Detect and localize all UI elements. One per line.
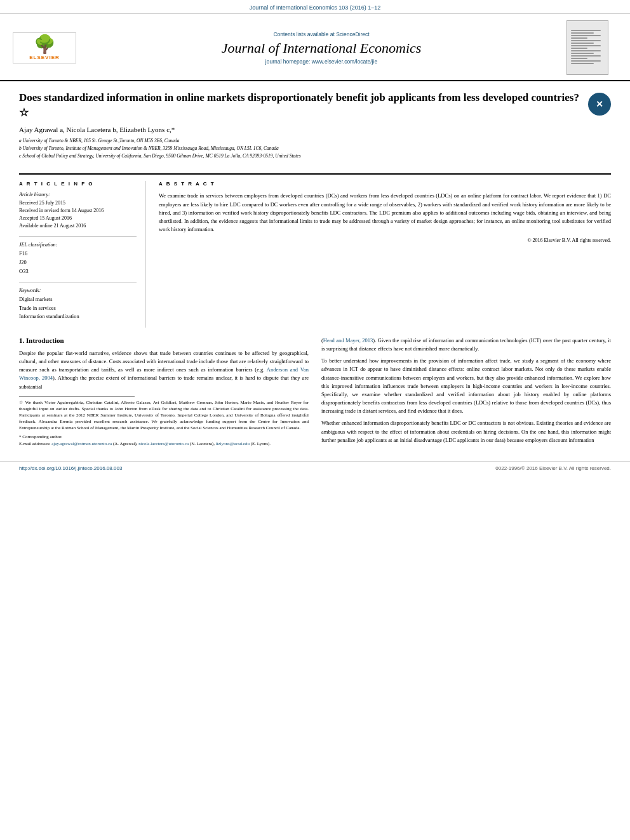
info-divider-1 [19,236,137,237]
elsevier-tree-icon: 🌳 [34,36,56,53]
intro-para2: (Head and Mayer, 2013). Given the rapid … [321,337,611,353]
affiliations-block: a University of Toronto & NBER, 105 St. … [19,137,582,160]
intro-heading: 1. Introduction [19,337,309,344]
affiliation-c: c School of Global Policy and Strategy, … [19,152,582,159]
jel-j20: J20 [19,258,137,267]
footnote-corresponding: * Corresponding author. [19,434,309,440]
sciencedirect-link[interactable]: ScienceDirect [336,31,369,37]
crossmark-icon: ✕ [588,93,611,116]
jel-o33: O33 [19,267,137,276]
footnote-emails: E-mail addresses: ajay.agrawal@rotman.ut… [19,441,309,447]
journal-thumbnail [566,20,611,75]
body-two-col: 1. Introduction Despite the popular flat… [19,337,611,448]
keyword-digital: Digital markets [19,295,137,304]
abstract-label: A B S T R A C T [159,181,611,187]
intro-para1: Despite the popular flat-world narrative… [19,349,309,391]
head-mayer-link[interactable]: Head and Mayer, 2013 [323,337,373,343]
article-info-label: A R T I C L E I N F O [19,181,137,187]
keyword-trade: Trade in services [19,304,137,313]
page: Journal of International Economics 103 (… [0,0,630,840]
jel-label: JEL classification: [19,242,137,248]
jel-f16: F16 [19,250,137,258]
footnote-divider [19,396,135,397]
affiliation-b: b University of Toronto, Institute of Ma… [19,145,582,152]
jel-group: JEL classification: F16 J20 O33 [19,242,137,276]
received-date: Received 25 July 2015 [19,199,137,207]
top-bar: Journal of International Economics 103 (… [0,0,630,14]
existing-text: Existing [536,420,554,426]
journal-name: Journal of International Economics [76,40,566,57]
article-info-col: A R T I C L E I N F O Article history: R… [19,181,146,328]
abstract-text: We examine trade in services between emp… [159,192,611,234]
accepted-date: Accepted 15 August 2016 [19,215,137,222]
history-label: Article history: [19,192,137,197]
issn-text: 0022-1996/© 2016 Elsevier B.V. All right… [495,465,611,471]
elsevier-logo: 🌳 ELSEVIER [13,32,76,63]
crossmark-badge: ✕ [588,93,611,116]
contents-available-line: Contents lists available at ScienceDirec… [76,31,566,37]
anderson-link[interactable]: Anderson and Van Wincoop, 2004 [19,366,309,381]
article-title-block: Does standardized information in online … [19,90,582,162]
affiliation-a: a University of Toronto & NBER, 105 St. … [19,137,582,144]
email-lyons[interactable]: lizlyons@ucsd.edu [216,441,250,446]
body-right-col: (Head and Mayer, 2013). Given the rapid … [321,337,611,448]
history-group: Article history: Received 25 July 2015 R… [19,192,137,230]
article-title-section: Does standardized information in online … [19,90,611,167]
journal-title-block: Contents lists available at ScienceDirec… [76,31,566,65]
article-title: Does standardized information in online … [19,90,582,121]
journal-header: 🌳 ELSEVIER Contents lists available at S… [0,14,630,81]
keyword-info: Information standardization [19,312,137,321]
available-date: Available online 21 August 2016 [19,222,137,230]
email-agrawal[interactable]: ajay.agrawal@rotman.utoronto.ca [51,441,112,446]
copyright-line: © 2016 Elsevier B.V. All rights reserved… [159,237,611,243]
journal-homepage: journal homepage: www.elsevier.com/locat… [76,58,566,65]
elsevier-brand: ELSEVIER [29,55,60,60]
main-content: Does standardized information in online … [0,81,630,455]
authors-line: Ajay Agrawal a, Nicola Lacetera b, Eliza… [19,126,582,133]
journal-citation-link[interactable]: Journal of International Economics 103 (… [250,4,381,11]
bottom-bar: http://dx.doi.org/10.1016/j.jinteco.2016… [0,461,630,475]
intro-para3: To better understand how improvements in… [321,357,611,415]
info-divider-2 [19,282,137,283]
abstract-col: A B S T R A C T We examine trade in serv… [159,181,611,328]
info-abstract-section: A R T I C L E I N F O Article history: R… [19,181,611,328]
keywords-label: Keywords: [19,288,137,293]
footnote-star: ☆ We thank Victor Aguirregabiria, Christ… [19,399,309,432]
body-left-col: 1. Introduction Despite the popular flat… [19,337,309,448]
keywords-group: Keywords: Digital markets Trade in servi… [19,288,137,321]
doi-link[interactable]: http://dx.doi.org/10.1016/j.jinteco.2016… [19,465,122,471]
contents-label: Contents lists available at [273,31,334,37]
intro-para4: Whether enhanced information disproporti… [321,419,611,444]
received-revised-date: Received in revised form 14 August 2016 [19,207,137,215]
thumbnail-image [566,20,608,75]
body-section: 1. Introduction Despite the popular flat… [19,337,611,448]
title-divider [19,173,611,175]
email-lacetera[interactable]: nicola.lacetera@utoronto.ca [138,441,189,446]
homepage-url[interactable]: www.elsevier.com/locate/jie [312,58,377,65]
